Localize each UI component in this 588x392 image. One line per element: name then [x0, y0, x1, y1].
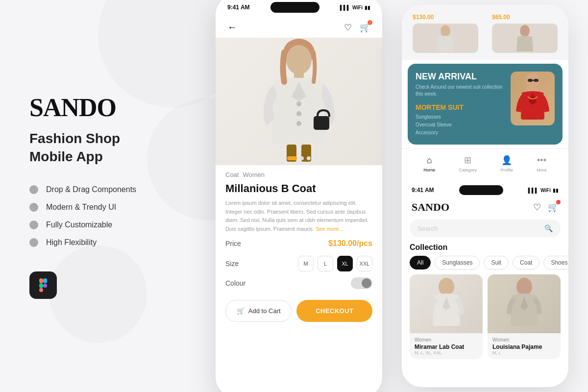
card-sub-2: Women — [492, 337, 556, 343]
phone-notch-middle — [270, 2, 319, 13]
action-buttons: 🛒 Add to Cart CHECKOUT — [216, 295, 382, 327]
size-btn-l[interactable]: L — [318, 256, 333, 271]
battery-icon: ▮▮ — [365, 5, 370, 10]
mini-card-price-2: $65.00 — [492, 14, 558, 21]
svg-point-6 — [286, 45, 312, 74]
status-time-right: 9:41 AM — [412, 187, 434, 194]
size-row: Size M L XL XXL — [216, 254, 382, 273]
status-bar-middle: 9:41 AM ▌▌▌ WiFi ▮▮ — [216, 0, 382, 17]
card-name-1: Miramar Lab Coat — [415, 343, 478, 350]
banner-title: NEW ARRIVAL — [416, 72, 505, 82]
profile-nav-label: Profile — [500, 168, 513, 172]
mini-card-img-1 — [413, 24, 478, 53]
cart-badge-dot — [368, 20, 372, 25]
phone-middle: 9:41 AM ▌▌▌ WiFi ▮▮ ← ♡ 🛒 — [216, 0, 382, 392]
svg-rect-2 — [39, 283, 43, 288]
size-btn-m[interactable]: M — [298, 256, 314, 271]
product-card-info-1: Women Miramar Lab Coat M, L, XL, XXL — [410, 333, 483, 359]
product-title: Millanious B Coat — [216, 180, 382, 199]
banner-subtitle: Check Around our newest suit collection … — [416, 84, 505, 98]
product-tags: Coat Women — [216, 165, 382, 180]
svg-rect-4 — [39, 288, 43, 292]
svg-point-10 — [296, 121, 301, 126]
tab-all[interactable]: All — [410, 256, 431, 270]
wifi-icon-right: WiFi — [540, 188, 551, 193]
search-bar[interactable]: Search 🔍 — [410, 220, 561, 237]
add-to-cart-button[interactable]: 🛒 Add to Cart — [225, 300, 292, 322]
tab-sunglasses[interactable]: Sunglasses — [435, 256, 480, 270]
left-panel: SANDO Fashion ShopMobile App Drop & Drag… — [29, 0, 201, 392]
checkout-button[interactable]: CHECKOUT — [296, 300, 372, 322]
feature-dot-2 — [29, 203, 38, 212]
battery-icon-right: ▮▮ — [553, 188, 559, 193]
card-name-2: Louisiana Pajame — [492, 343, 556, 350]
back-button[interactable]: ← — [227, 22, 237, 33]
search-icon: 🔍 — [544, 224, 553, 232]
feature-label-3: Fully Customizable — [46, 220, 112, 229]
banner-text: NEW ARRIVAL Check Around our newest suit… — [416, 72, 505, 137]
see-more-link[interactable]: See more... — [316, 226, 343, 232]
signal-icon-right: ▌▌▌ — [528, 188, 539, 193]
phone-nav-bar: ← ♡ 🛒 — [216, 17, 382, 38]
brand-title: SANDO — [29, 93, 201, 122]
collection-title: Collection — [402, 241, 568, 256]
feature-list: Drop & Drag Components Modern & Trendy U… — [29, 185, 201, 247]
svg-point-9 — [296, 111, 301, 116]
nav-item-home[interactable]: ⌂ Home — [423, 155, 435, 172]
product-card-2[interactable]: Women Louisiana Pajame M, L — [488, 274, 561, 359]
status-icons-right: ▌▌▌ WiFi ▮▮ — [528, 188, 559, 193]
home-nav-icon: ⌂ — [427, 155, 432, 166]
home-header: SANDO ♡ 🛒 — [402, 197, 568, 218]
price-row: Price $130.00/pcs — [216, 233, 382, 254]
product-card-1[interactable]: Women Miramar Lab Coat M, L, XL, XXL — [410, 274, 483, 359]
heart-icon[interactable]: ♡ — [344, 22, 352, 33]
size-btn-xxl[interactable]: XXL — [357, 256, 372, 271]
card-sizes-2: M, L — [492, 350, 556, 355]
product-card-img-2 — [488, 274, 561, 333]
cart-button[interactable]: 🛒 — [360, 22, 370, 33]
size-btn-xl[interactable]: XL — [337, 256, 353, 271]
size-options: M L XL XXL — [298, 256, 372, 271]
product-tag-women: Women — [243, 171, 265, 178]
status-bar-right: 9:41 AM ▌▌▌ WiFi ▮▮ — [402, 178, 568, 197]
new-arrival-banner: NEW ARRIVAL Check Around our newest suit… — [408, 64, 563, 145]
tab-coat[interactable]: Coat — [513, 256, 539, 270]
svg-point-14 — [441, 25, 450, 37]
feature-dot-3 — [29, 220, 38, 229]
nav-item-profile[interactable]: 👤 Profile — [500, 155, 513, 172]
home-nav-icons: ♡ 🛒 — [533, 202, 559, 213]
banner-product-name: MORTEM SUIT — [416, 103, 505, 111]
add-to-cart-label: Add to Cart — [248, 307, 281, 315]
svg-point-21 — [439, 278, 454, 295]
app-subtitle: Fashion ShopMobile App — [29, 130, 201, 166]
product-tag-coat: Coat — [225, 171, 239, 178]
nav-item-more[interactable]: ••• More — [537, 155, 547, 172]
tab-suit[interactable]: Suit — [484, 256, 509, 270]
price-value: $130.00/pcs — [328, 239, 372, 248]
mini-card-2: $65.00 — [487, 9, 563, 58]
colour-label: Colour — [225, 279, 245, 287]
more-nav-label: More — [537, 168, 547, 172]
feature-label-1: Drop & Drag Components — [46, 185, 136, 194]
colour-toggle[interactable] — [351, 277, 372, 289]
signal-icon: ▌▌▌ — [340, 5, 350, 10]
feature-dot-1 — [29, 185, 38, 194]
home-cart-icon[interactable]: 🛒 — [548, 202, 559, 213]
nav-item-category[interactable]: ⊞ Category — [459, 155, 477, 172]
bottom-nav-right: ⌂ Home ⊞ Category 👤 Profile ••• More — [402, 148, 568, 178]
svg-rect-1 — [43, 278, 47, 283]
svg-point-3 — [43, 284, 47, 288]
product-image-container — [216, 38, 382, 165]
tab-shoes[interactable]: Shoes — [543, 256, 568, 270]
home-heart-icon[interactable]: ♡ — [533, 202, 541, 213]
banner-image — [511, 72, 555, 125]
feature-dot-4 — [29, 238, 38, 247]
home-nav-label: Home — [423, 168, 435, 172]
feature-item-4: High Flexibility — [29, 238, 201, 247]
product-card-img-1 — [410, 274, 483, 333]
size-label: Size — [225, 260, 239, 268]
banner-details: Sunglasses Overcoat Sleeve Accessory — [416, 113, 505, 137]
figma-icon[interactable] — [29, 271, 57, 299]
home-cart-dot — [556, 200, 561, 204]
svg-rect-0 — [39, 278, 43, 283]
